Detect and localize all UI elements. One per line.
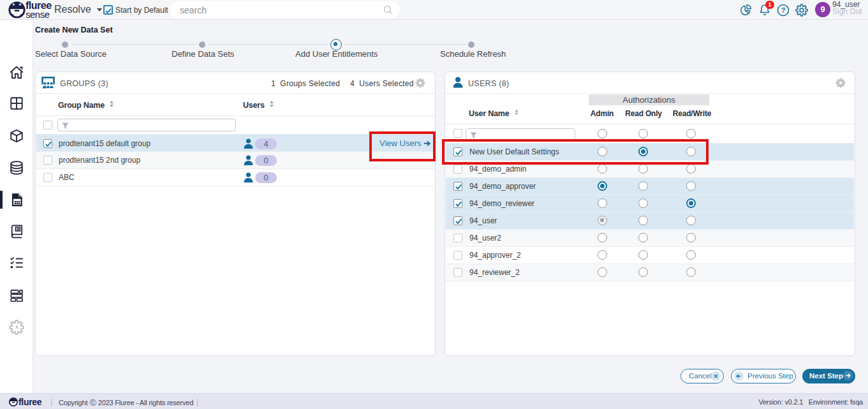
svg-text:?: ? — [781, 6, 786, 14]
svg-text:fluree: fluree — [18, 397, 42, 407]
